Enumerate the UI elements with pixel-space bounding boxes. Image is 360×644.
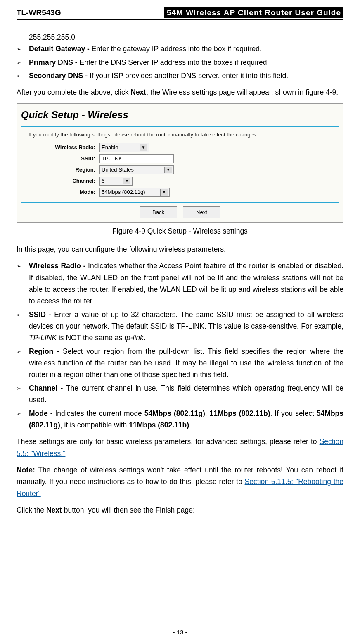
paragraph: These settings are only for basic wirele…: [17, 436, 343, 459]
mode-select[interactable]: 54Mbps (802.11g)▼: [99, 188, 170, 197]
next-button[interactable]: Next: [183, 206, 220, 218]
list-item: ➢ Wireless Radio - Indicates whether the…: [17, 260, 343, 307]
continuation-text: 255.255.255.0: [29, 31, 343, 43]
page-header: TL-WR543G 54M Wireless AP Client Router …: [17, 7, 343, 20]
note-paragraph: Note: The change of wireless settings wo…: [17, 464, 343, 499]
chevron-down-icon: ▼: [123, 178, 130, 184]
horizontal-rule: [21, 126, 339, 127]
figure-caption: Figure 4-9 Quick Setup - Wireless settin…: [17, 225, 343, 237]
chevron-right-icon: ➢: [17, 57, 29, 68]
list-item: ➢ SSID - Enter a value of up to 32 chara…: [17, 309, 343, 344]
chevron-right-icon: ➢: [17, 70, 29, 81]
form-row: Wireless Radio: Enable▼: [54, 143, 339, 152]
region-select[interactable]: United States▼: [99, 165, 174, 174]
ssid-input[interactable]: TP-LINK: [99, 154, 174, 163]
chevron-right-icon: ➢: [17, 309, 29, 344]
back-button[interactable]: Back: [140, 206, 177, 218]
chevron-right-icon: ➢: [17, 346, 29, 381]
chevron-down-icon: ▼: [140, 144, 147, 151]
channel-select[interactable]: 6▼: [99, 177, 133, 186]
list-item: ➢ Region - Select your region from the p…: [17, 346, 343, 381]
figure-screenshot: Quick Setup - Wireless If you modify the…: [17, 103, 343, 223]
page-number: - 13 -: [0, 629, 360, 636]
paragraph: In this page, you can configure the foll…: [17, 243, 343, 255]
param-bullet-list: ➢ Wireless Radio - Indicates whether the…: [17, 260, 343, 431]
list-item: ➢ Mode - Indicates the current mode 54Mb…: [17, 408, 343, 431]
list-item: ➢ Primary DNS - Enter the DNS Server IP …: [17, 57, 343, 68]
wireless-radio-select[interactable]: Enable▼: [99, 143, 149, 152]
chevron-down-icon: ▼: [164, 167, 172, 173]
figure-title: Quick Setup - Wireless: [21, 107, 339, 123]
ssid-label: SSID:: [54, 154, 99, 163]
form-row: Channel: 6▼: [54, 177, 339, 186]
chevron-right-icon: ➢: [17, 408, 29, 431]
paragraph: Click the Next button, you will then see…: [17, 504, 343, 516]
top-bullet-list: ➢ Default Gateway - Enter the gateway IP…: [17, 43, 343, 81]
horizontal-rule: [21, 202, 339, 203]
form-row: Region: United States▼: [54, 165, 339, 174]
chevron-right-icon: ➢: [17, 260, 29, 307]
mode-label: Mode:: [54, 188, 99, 196]
guide-title: 54M Wireless AP Client Router User Guide: [164, 7, 343, 18]
list-item: ➢ Channel - The current channel in use. …: [17, 382, 343, 406]
chevron-down-icon: ▼: [160, 189, 168, 196]
chevron-right-icon: ➢: [17, 43, 29, 55]
figure-note: If you modify the following settings, pl…: [28, 130, 339, 139]
list-item: ➢ Default Gateway - Enter the gateway IP…: [17, 43, 343, 55]
paragraph: After you complete the above, click Next…: [17, 86, 343, 98]
form-row: SSID: TP-LINK: [54, 154, 339, 163]
region-label: Region:: [54, 165, 99, 174]
wireless-radio-label: Wireless Radio:: [54, 143, 99, 152]
chevron-right-icon: ➢: [17, 382, 29, 406]
channel-label: Channel:: [54, 177, 99, 185]
form-row: Mode: 54Mbps (802.11g)▼: [54, 188, 339, 197]
list-item: ➢ Secondary DNS - If your ISP provides a…: [17, 70, 343, 81]
model-name: TL-WR543G: [17, 8, 61, 17]
